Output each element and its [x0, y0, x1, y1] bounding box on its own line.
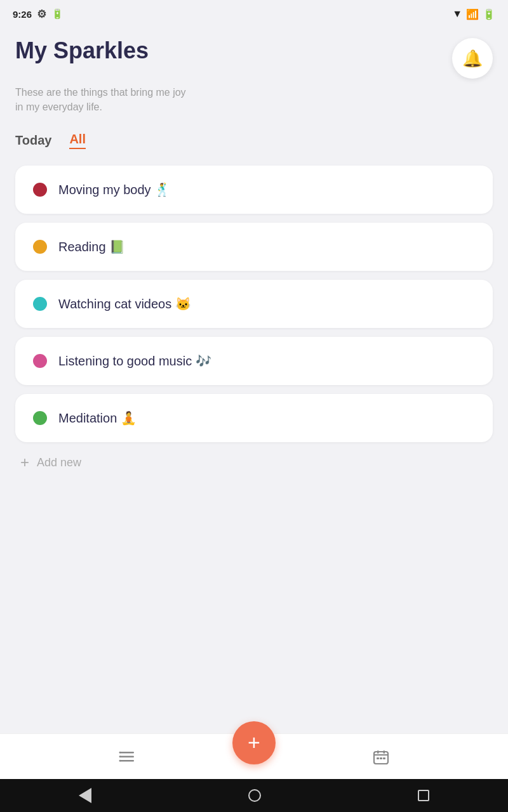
recents-icon — [418, 790, 429, 801]
sparkle-item-meditation[interactable]: Meditation 🧘 — [15, 394, 493, 442]
sparkle-item-moving[interactable]: Moving my body 🕺 — [15, 166, 493, 214]
status-icons: ▼ 📶 🔋 — [452, 8, 495, 20]
dot-reading — [33, 240, 47, 254]
calendar-nav-button[interactable] — [366, 742, 396, 772]
header: My Sparkles 🔔 — [15, 38, 493, 79]
sparkle-item-reading[interactable]: Reading 📗 — [15, 223, 493, 271]
dot-cat-videos — [33, 297, 47, 311]
tab-today[interactable]: Today — [15, 133, 51, 148]
svg-point-4 — [119, 756, 121, 757]
svg-point-5 — [119, 759, 121, 761]
list-nav-button[interactable] — [112, 742, 142, 772]
sparkle-item-music[interactable]: Listening to good music 🎶 — [15, 337, 493, 385]
dot-moving — [33, 183, 47, 197]
svg-rect-0 — [120, 752, 134, 754]
plus-icon: + — [20, 454, 29, 471]
fab-plus-icon: + — [248, 731, 260, 753]
battery-saver-icon: 🔋 — [51, 8, 64, 20]
android-recents-button[interactable] — [418, 790, 429, 801]
sparkle-label-reading: Reading 📗 — [58, 239, 125, 254]
calendar-icon — [372, 748, 390, 766]
sparkle-label-meditation: Meditation 🧘 — [58, 410, 137, 426]
sparkle-label-cat-videos: Watching cat videos 🐱 — [58, 296, 191, 311]
add-new-button[interactable]: + Add new — [15, 442, 86, 483]
sparkle-label-music: Listening to good music 🎶 — [58, 353, 211, 369]
status-time: 9:26 ⚙ 🔋 — [13, 8, 64, 21]
sparkle-item-cat-videos[interactable]: Watching cat videos 🐱 — [15, 280, 493, 328]
page-subtitle: These are the things that bring me joy i… — [15, 85, 193, 114]
battery-icon: 🔋 — [483, 8, 495, 20]
bell-icon: 🔔 — [462, 49, 483, 69]
sparkle-label-moving: Moving my body 🕺 — [58, 182, 170, 197]
spacer — [0, 608, 508, 733]
android-home-button[interactable] — [248, 789, 261, 802]
tabs-bar: Today All — [15, 132, 493, 149]
add-new-label: Add new — [37, 456, 81, 469]
svg-rect-1 — [120, 756, 134, 757]
time-display: 9:26 — [13, 9, 32, 20]
svg-rect-7 — [374, 754, 388, 756]
svg-rect-8 — [377, 750, 379, 754]
main-content: My Sparkles 🔔 These are the things that … — [0, 25, 508, 608]
settings-icon: ⚙ — [37, 8, 46, 21]
tab-all[interactable]: All — [69, 132, 86, 149]
svg-rect-11 — [380, 757, 382, 759]
page-title: My Sparkles — [15, 38, 149, 63]
dot-meditation — [33, 411, 47, 425]
notifications-button[interactable]: 🔔 — [452, 38, 493, 79]
status-bar: 9:26 ⚙ 🔋 ▼ 📶 🔋 — [0, 0, 508, 25]
fab-add-button[interactable]: + — [232, 721, 276, 764]
bottom-nav: + — [0, 733, 508, 779]
home-icon — [248, 789, 261, 802]
android-back-button[interactable] — [79, 788, 91, 803]
dot-music — [33, 354, 47, 368]
svg-rect-9 — [384, 750, 385, 754]
signal-icon: 📶 — [466, 8, 479, 20]
list-icon — [118, 748, 136, 766]
svg-rect-2 — [120, 760, 134, 762]
android-nav-bar — [0, 779, 508, 812]
svg-rect-12 — [383, 757, 385, 759]
svg-rect-10 — [377, 757, 379, 759]
sparkle-list: Moving my body 🕺 Reading 📗 Watching cat … — [15, 166, 493, 442]
svg-point-3 — [119, 751, 121, 753]
wifi-icon: ▼ — [452, 8, 462, 20]
back-icon — [79, 788, 91, 803]
